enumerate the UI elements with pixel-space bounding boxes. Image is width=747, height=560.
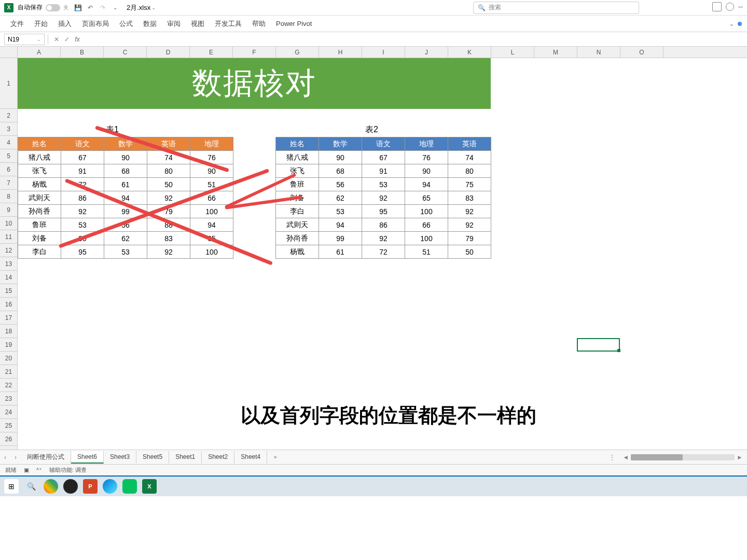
table-cell[interactable]: 95 bbox=[362, 205, 405, 218]
table-cell[interactable]: 武则天 bbox=[18, 191, 61, 205]
undo-icon[interactable]: ↶ bbox=[84, 2, 96, 14]
table-cell[interactable]: 61 bbox=[319, 245, 362, 259]
table-cell[interactable]: 99 bbox=[319, 232, 362, 245]
row-header[interactable]: 17 bbox=[0, 311, 17, 325]
table-cell[interactable]: 61 bbox=[104, 178, 147, 191]
table1[interactable]: 姓名语文数学英语地理猪八戒67907476张飞91688090杨戬7261505… bbox=[18, 137, 233, 259]
table-cell[interactable]: 李白 bbox=[18, 245, 61, 259]
sheet-tab-extra[interactable]: 间断使用公式 bbox=[21, 451, 71, 464]
tab-developer[interactable]: 开发工具 bbox=[210, 16, 247, 32]
table-cell[interactable]: 53 bbox=[319, 205, 362, 218]
table-cell[interactable]: 50 bbox=[448, 245, 491, 259]
obs-icon[interactable] bbox=[63, 479, 78, 494]
row-header[interactable]: 10 bbox=[0, 217, 17, 230]
table-cell[interactable]: 80 bbox=[147, 164, 190, 178]
row-header[interactable]: 1 bbox=[0, 58, 17, 109]
table-cell[interactable]: 86 bbox=[362, 218, 405, 232]
table-cell[interactable]: 83 bbox=[147, 232, 190, 245]
table-cell[interactable]: 张飞 bbox=[276, 164, 319, 178]
row-header[interactable]: 18 bbox=[0, 325, 17, 338]
table-cell[interactable]: 50 bbox=[147, 178, 190, 191]
table-cell[interactable]: 76 bbox=[405, 151, 448, 164]
search-input[interactable]: 🔍 搜索 bbox=[473, 2, 639, 14]
column-header[interactable]: J bbox=[405, 47, 448, 58]
filename[interactable]: 2月.xlsx bbox=[127, 3, 150, 12]
table-cell[interactable]: 94 bbox=[319, 218, 362, 232]
table-cell[interactable]: 猪八戒 bbox=[18, 151, 61, 164]
qat-dropdown-icon[interactable]: ⌄ bbox=[109, 2, 121, 14]
tab-help[interactable]: 帮助 bbox=[247, 16, 271, 32]
row-header[interactable]: 23 bbox=[0, 392, 17, 405]
table-cell[interactable]: 90 bbox=[104, 151, 147, 164]
taskbar-search-icon[interactable]: 🔍 bbox=[24, 479, 38, 494]
table-row[interactable]: 张飞68919080 bbox=[276, 164, 491, 178]
cells-area[interactable]: 数据核对 表1 表2 姓名语文数学英语地理猪八戒67907476张飞916880… bbox=[18, 58, 747, 450]
table2[interactable]: 姓名数学语文地理英语猪八戒90677674张飞68919080鲁班5653947… bbox=[275, 137, 491, 259]
table-cell[interactable]: 92 bbox=[448, 205, 491, 218]
table-cell[interactable]: 72 bbox=[362, 245, 405, 259]
table-row[interactable]: 猪八戒90677674 bbox=[276, 151, 491, 164]
table-row[interactable]: 孙尚香999210079 bbox=[276, 232, 491, 245]
row-header[interactable]: 14 bbox=[0, 271, 17, 284]
autosave-toggle[interactable] bbox=[46, 4, 60, 11]
horizontal-scrollbar[interactable] bbox=[631, 454, 735, 460]
row-header[interactable]: 13 bbox=[0, 257, 17, 271]
table-cell[interactable]: 94 bbox=[405, 178, 448, 191]
ribbon-options-icon[interactable]: ⌄ bbox=[729, 20, 735, 27]
window-restore-icon[interactable] bbox=[712, 2, 722, 11]
tab-review[interactable]: 审阅 bbox=[162, 16, 186, 32]
table-cell[interactable]: 92 bbox=[362, 232, 405, 245]
tab-formulas[interactable]: 公式 bbox=[114, 16, 138, 32]
active-cell[interactable] bbox=[577, 338, 620, 352]
table-cell[interactable]: 李白 bbox=[276, 205, 319, 218]
table-cell[interactable]: 90 bbox=[319, 151, 362, 164]
table-cell[interactable]: 92 bbox=[448, 218, 491, 232]
row-header[interactable]: 16 bbox=[0, 298, 17, 311]
excel-taskbar-icon[interactable]: X bbox=[142, 479, 157, 494]
row-header[interactable]: 19 bbox=[0, 338, 17, 352]
table-row[interactable]: 李白955392100 bbox=[18, 245, 233, 259]
sheet-options-icon[interactable]: ⋮ bbox=[609, 454, 615, 461]
sheet-nav-next-icon[interactable]: › bbox=[10, 454, 21, 461]
row-header[interactable]: 15 bbox=[0, 284, 17, 298]
column-header[interactable]: F bbox=[233, 47, 276, 58]
column-header[interactable]: K bbox=[448, 47, 491, 58]
row-header[interactable]: 9 bbox=[0, 203, 17, 217]
table-cell[interactable]: 67 bbox=[362, 151, 405, 164]
table-cell[interactable]: 杨戬 bbox=[276, 245, 319, 259]
table-cell[interactable]: 张飞 bbox=[18, 164, 61, 178]
column-header[interactable]: A bbox=[18, 47, 61, 58]
row-header[interactable]: 20 bbox=[0, 352, 17, 365]
table-cell[interactable]: 孙尚香 bbox=[276, 232, 319, 245]
sheet-nav-prev-icon[interactable]: ‹ bbox=[0, 454, 10, 461]
start-icon[interactable]: ⊞ bbox=[4, 479, 19, 494]
column-header[interactable]: B bbox=[61, 47, 104, 58]
table-cell[interactable]: 51 bbox=[405, 245, 448, 259]
table-cell[interactable]: 67 bbox=[61, 151, 104, 164]
table-cell[interactable]: 90 bbox=[405, 164, 448, 178]
name-box-dropdown-icon[interactable]: ⌄ bbox=[37, 37, 41, 42]
table-header-cell[interactable]: 语文 bbox=[362, 137, 405, 151]
name-box[interactable]: N19 ⌄ bbox=[4, 34, 45, 45]
table-cell[interactable]: 79 bbox=[448, 232, 491, 245]
column-header[interactable]: G bbox=[276, 47, 319, 58]
row-header[interactable]: 26 bbox=[0, 432, 17, 446]
table-cell[interactable]: 猪八戒 bbox=[276, 151, 319, 164]
wechat-icon[interactable] bbox=[122, 479, 137, 494]
table-cell[interactable]: 95 bbox=[61, 245, 104, 259]
table-cell[interactable]: 53 bbox=[104, 245, 147, 259]
table-cell[interactable]: 56 bbox=[319, 178, 362, 191]
window-help-icon[interactable] bbox=[726, 3, 734, 11]
table-cell[interactable]: 68 bbox=[104, 164, 147, 178]
column-header[interactable]: L bbox=[491, 47, 534, 58]
table-row[interactable]: 杨戬61725150 bbox=[276, 245, 491, 259]
row-header[interactable]: 12 bbox=[0, 244, 17, 257]
tab-powerpivot[interactable]: Power Pivot bbox=[271, 17, 317, 31]
table-row[interactable]: 刘备62926583 bbox=[276, 191, 491, 205]
table-header-cell[interactable]: 地理 bbox=[190, 137, 233, 151]
table-cell[interactable]: 92 bbox=[362, 191, 405, 205]
table-row[interactable]: 杨戬72615051 bbox=[18, 178, 233, 191]
table-row[interactable]: 李白539510092 bbox=[276, 205, 491, 218]
table-cell[interactable]: 62 bbox=[319, 191, 362, 205]
cancel-icon[interactable]: ✕ bbox=[51, 36, 62, 43]
